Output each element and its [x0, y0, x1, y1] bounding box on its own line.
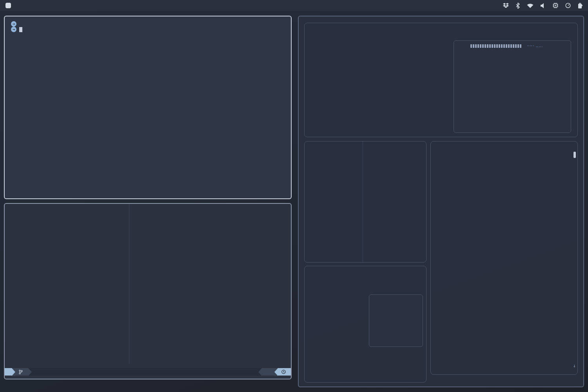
network-box — [304, 266, 426, 383]
file-tree[interactable] — [5, 204, 129, 364]
bluetooth-icon[interactable] — [516, 3, 520, 9]
git-branch-icon — [19, 370, 23, 374]
prompt-arrow-icon: → — [11, 27, 16, 32]
load-average — [457, 49, 568, 55]
proc-scrollbar-thumb[interactable] — [573, 152, 576, 158]
vim-mode-badge — [5, 368, 12, 376]
powerline-separator — [258, 368, 262, 376]
cpu-total-meter — [470, 44, 521, 48]
top-bar — [0, 0, 588, 11]
statusline-clock — [278, 368, 291, 376]
chip-icon[interactable] — [553, 3, 558, 8]
powerline-separator — [274, 368, 278, 376]
wifi-icon[interactable] — [527, 3, 534, 8]
prompt-arrow-icon: → — [11, 21, 16, 27]
statusline-filename — [32, 369, 39, 375]
battery-charging-icon[interactable] — [578, 3, 583, 9]
powerline-separator — [28, 368, 32, 376]
volume-icon[interactable] — [541, 3, 546, 8]
editor-window — [4, 203, 292, 379]
dropbox-icon[interactable] — [503, 3, 509, 8]
terminal-window: → → — [4, 16, 292, 199]
statusline — [5, 368, 291, 376]
code-editor[interactable] — [129, 204, 291, 364]
process-box: ↓ — [430, 141, 578, 375]
gauge-icon[interactable] — [565, 3, 571, 8]
cursor-position-segment — [262, 368, 274, 376]
net-stats-panel — [369, 294, 423, 347]
powerline-separator — [12, 368, 15, 376]
terminal-cursor[interactable] — [19, 27, 22, 32]
system-monitor-window: ⠒⠒⠂⠤⠤⠄ — [298, 16, 584, 387]
system-tray — [503, 3, 583, 9]
cpu-box: ⠒⠒⠂⠤⠤⠄ — [304, 23, 578, 137]
disk-list — [363, 142, 426, 262]
scroll-down-arrow[interactable]: ↓ — [573, 363, 576, 369]
memory-stats — [305, 142, 363, 262]
proc-header-row — [431, 142, 577, 151]
memory-box — [304, 141, 426, 263]
workspace-indicator[interactable] — [5, 3, 11, 8]
git-branch-segment — [15, 368, 28, 376]
cpu-core-panel: ⠒⠒⠂⠤⠤⠄ — [454, 40, 571, 133]
clock-icon — [281, 370, 286, 374]
